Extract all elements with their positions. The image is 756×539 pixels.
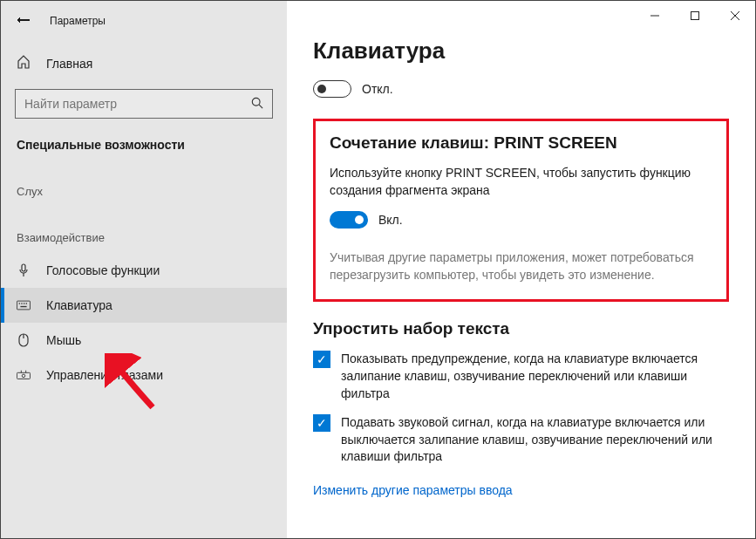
- group-interaction: Взаимодействие: [1, 207, 287, 253]
- other-input-link[interactable]: Изменить другие параметры ввода: [313, 483, 513, 497]
- mic-icon: [17, 263, 31, 277]
- nav-home-label: Главная: [46, 57, 92, 71]
- close-button[interactable]: [715, 3, 755, 29]
- main: Клавиатура Откл. Сочетание клавиш: PRINT…: [287, 29, 755, 515]
- window-title: Параметры: [50, 15, 106, 27]
- group-hearing: Слух: [1, 160, 287, 207]
- nav-home[interactable]: Главная: [1, 46, 287, 80]
- sidebar-item-label: Мышь: [46, 333, 81, 347]
- svg-rect-4: [17, 301, 30, 310]
- checkbox-row-1: ✓ Показывать предупреждение, когда на кл…: [313, 351, 729, 402]
- home-icon: [17, 55, 31, 72]
- sidebar-section-title: Специальные возможности: [1, 119, 287, 160]
- eye-icon: [17, 368, 31, 382]
- checkbox-1-label: Показывать предупреждение, когда на клав…: [341, 351, 729, 402]
- sidebar-item-label: Голосовые функции: [46, 263, 160, 277]
- printscreen-desc: Используйте кнопку PRINT SCREEN, чтобы з…: [330, 165, 712, 199]
- svg-rect-17: [691, 12, 699, 20]
- checkbox-2-label: Подавать звуковой сигнал, когда на клави…: [341, 414, 729, 466]
- printscreen-note: Учитывая другие параметры приложения, мо…: [330, 249, 712, 283]
- sidebar-item-mouse[interactable]: Мышь: [1, 323, 287, 358]
- svg-rect-2: [22, 264, 25, 271]
- checkbox-2[interactable]: ✓: [313, 414, 330, 432]
- sidebar-item-voice[interactable]: Голосовые функции: [1, 253, 287, 288]
- toggle-row-printscreen: Вкл.: [330, 211, 712, 229]
- back-icon[interactable]: 🠔: [17, 13, 31, 29]
- sidebar: 🠔 Параметры Главная Специальные возможно…: [1, 1, 287, 538]
- svg-point-13: [22, 374, 25, 378]
- svg-rect-5: [19, 303, 20, 304]
- toggle-main-label: Откл.: [362, 82, 393, 96]
- svg-point-0: [252, 98, 260, 106]
- svg-rect-6: [21, 303, 22, 304]
- titlebar-right: [287, 1, 755, 29]
- simplify-heading: Упростить набор текста: [313, 319, 729, 338]
- printscreen-heading: Сочетание клавиш: PRINT SCREEN: [330, 133, 712, 153]
- titlebar-left: 🠔 Параметры: [1, 8, 287, 46]
- search-input[interactable]: [24, 97, 251, 111]
- sidebar-item-label: Управление глазами: [46, 368, 163, 382]
- sidebar-item-label: Клавиатура: [46, 298, 112, 312]
- svg-rect-9: [20, 306, 26, 307]
- sidebar-item-keyboard[interactable]: Клавиатура: [1, 288, 287, 323]
- page-title: Клавиатура: [313, 38, 729, 65]
- toggle-printscreen-label: Вкл.: [378, 213, 403, 227]
- mouse-icon: [17, 333, 31, 347]
- minimize-button[interactable]: [635, 3, 675, 29]
- search-box[interactable]: [15, 89, 273, 119]
- sidebar-item-eye-control[interactable]: Управление глазами: [1, 358, 287, 392]
- keyboard-icon: [17, 298, 31, 312]
- printscreen-highlight: Сочетание клавиш: PRINT SCREEN Используй…: [313, 119, 729, 302]
- svg-rect-7: [24, 303, 24, 304]
- content: Клавиатура Откл. Сочетание клавиш: PRINT…: [287, 1, 755, 538]
- svg-line-1: [259, 105, 262, 108]
- maximize-button[interactable]: [675, 3, 715, 29]
- svg-rect-12: [17, 372, 30, 379]
- search-icon: [251, 97, 263, 112]
- toggle-row-main: Откл.: [313, 80, 729, 98]
- checkbox-row-2: ✓ Подавать звуковой сигнал, когда на кла…: [313, 414, 729, 466]
- toggle-printscreen[interactable]: [330, 211, 368, 229]
- checkbox-1[interactable]: ✓: [313, 351, 330, 368]
- svg-rect-8: [26, 303, 27, 304]
- toggle-main[interactable]: [313, 80, 351, 98]
